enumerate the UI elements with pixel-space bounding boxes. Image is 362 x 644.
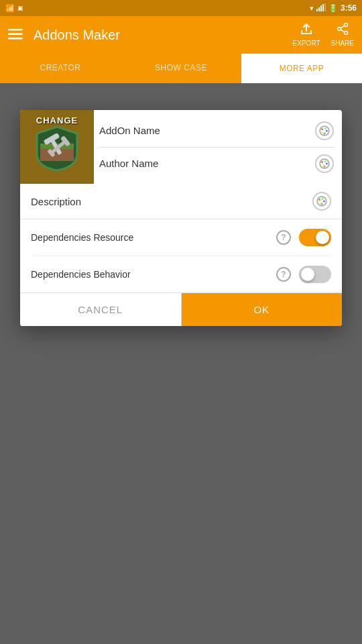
ok-button[interactable]: OK — [182, 293, 343, 326]
export-button[interactable]: EXPORT — [293, 23, 320, 47]
tab-showcase-label: SHOW CASE — [155, 63, 207, 72]
toggle-knob-behavior — [301, 268, 314, 281]
svg-point-25 — [323, 132, 325, 134]
svg-rect-3 — [322, 4, 324, 11]
dependencies-resource-toggle[interactable] — [299, 229, 331, 246]
dialog-fields: AddOn Name — [94, 110, 342, 184]
export-label: EXPORT — [293, 40, 320, 47]
svg-point-37 — [320, 203, 322, 205]
svg-rect-4 — [324, 3, 326, 11]
dependencies-resource-help[interactable]: ? — [276, 230, 291, 245]
svg-point-31 — [323, 165, 325, 167]
svg-rect-6 — [8, 34, 23, 36]
tab-creator-label: CREATOR — [40, 63, 80, 72]
signal-icon — [316, 3, 326, 13]
share-button[interactable]: SHARE — [331, 23, 354, 47]
dialog-buttons: CANCEL OK — [20, 292, 342, 326]
tab-moreapp[interactable]: MORE APP — [241, 54, 362, 83]
svg-point-22 — [324, 127, 326, 129]
dependencies-resource-label: Dependencies Resource — [31, 232, 276, 243]
svg-line-12 — [341, 30, 344, 32]
svg-point-33 — [318, 199, 320, 201]
export-icon — [300, 23, 312, 38]
author-name-label: Author Name — [99, 158, 315, 169]
dependencies-behavior-toggle[interactable] — [299, 266, 331, 283]
status-bar-right: ▾ 🔋 3:56 — [310, 3, 357, 13]
svg-point-10 — [344, 32, 347, 35]
addon-name-label: AddOn Name — [99, 125, 315, 136]
share-icon — [337, 23, 349, 38]
svg-point-36 — [319, 202, 321, 204]
svg-point-28 — [324, 160, 326, 162]
palette-icon — [319, 125, 330, 136]
app-title: Addons Maker — [34, 28, 282, 43]
dialog-header: CHANGE — [20, 110, 342, 184]
svg-point-29 — [326, 162, 328, 164]
help-icon-2: ? — [281, 270, 286, 279]
help-icon-1: ? — [281, 233, 286, 242]
dialog: CHANGE — [20, 110, 342, 326]
change-label: CHANGE — [20, 115, 94, 125]
palette-icon-2 — [319, 158, 330, 169]
svg-rect-0 — [316, 9, 318, 11]
svg-point-30 — [322, 164, 324, 166]
addon-name-row: AddOn Name — [99, 115, 334, 148]
addon-name-edit-button[interactable] — [315, 121, 334, 140]
battery-icon: 🔋 — [328, 4, 338, 13]
svg-rect-7 — [8, 38, 23, 40]
dialog-overlay: CHANGE — [0, 83, 362, 644]
toggle-knob-resource — [316, 231, 329, 244]
author-name-edit-button[interactable] — [315, 154, 334, 173]
sim-icon: 📶 — [5, 4, 15, 13]
svg-rect-2 — [320, 5, 322, 11]
status-time: 3:56 — [341, 3, 357, 13]
svg-rect-1 — [318, 7, 320, 11]
share-label: SHARE — [331, 40, 354, 47]
app-icon-1: ▣ — [17, 5, 23, 11]
svg-point-8 — [344, 23, 347, 27]
palette-icon-3 — [316, 196, 327, 207]
change-image-button[interactable]: CHANGE — [20, 110, 94, 184]
tab-showcase[interactable]: SHOW CASE — [121, 54, 241, 83]
status-bar: 📶 ▣ ▾ 🔋 3:56 — [0, 0, 362, 16]
svg-point-27 — [321, 161, 323, 163]
dependencies-behavior-help[interactable]: ? — [276, 267, 291, 282]
tab-creator[interactable]: CREATOR — [0, 54, 121, 83]
main-content: CHANGE — [0, 83, 362, 644]
svg-point-21 — [321, 128, 323, 130]
dependencies-behavior-row: Dependencies Behavior ? — [31, 256, 331, 292]
svg-point-34 — [322, 198, 324, 200]
description-edit-button[interactable] — [312, 192, 331, 211]
toggle-section: Dependencies Resource ? Dependencies Beh… — [20, 219, 342, 292]
svg-line-11 — [341, 25, 344, 28]
svg-rect-5 — [8, 29, 23, 31]
svg-point-35 — [323, 201, 325, 203]
description-section: Description — [20, 184, 342, 219]
description-label: Description — [31, 196, 312, 207]
app-bar-actions: EXPORT SHARE — [293, 23, 354, 47]
author-name-row: Author Name — [99, 148, 334, 180]
addon-icon — [30, 120, 84, 174]
dependencies-resource-row: Dependencies Resource ? — [31, 219, 331, 256]
menu-button[interactable] — [8, 26, 23, 44]
app-bar: Addons Maker EXPORT SHARE — [0, 16, 362, 54]
cancel-button[interactable]: CANCEL — [20, 293, 182, 326]
tab-moreapp-label: MORE APP — [280, 64, 324, 73]
svg-point-9 — [337, 28, 341, 31]
status-bar-left: 📶 ▣ — [5, 4, 23, 13]
svg-point-23 — [326, 129, 328, 131]
svg-point-24 — [322, 131, 324, 133]
wifi-icon: ▾ — [310, 4, 314, 13]
dependencies-behavior-label: Dependencies Behavior — [31, 269, 276, 280]
tabs: CREATOR SHOW CASE MORE APP — [0, 54, 362, 83]
